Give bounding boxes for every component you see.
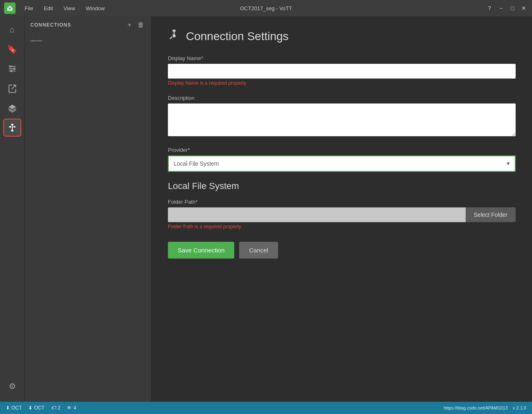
sidebar-item-home[interactable]: ⌂ (3, 20, 21, 38)
connections-header: CONNECTIONS + 🗑 (25, 16, 151, 34)
connection-list-item[interactable] (25, 34, 151, 50)
sidebar-item-settings[interactable] (3, 60, 21, 78)
status-item-oct-download2: ⬇ OCT (28, 405, 44, 411)
sidebar-item-connections[interactable] (3, 119, 21, 137)
tag-icon: 🏷 (51, 405, 56, 411)
window-controls: ? − □ ✕ (485, 4, 528, 12)
status-item-views: 👁 4 (67, 405, 76, 411)
connections-title: CONNECTIONS (30, 22, 71, 28)
app-body: ⌂ 🔖 (0, 16, 532, 402)
window-title: OCT2017_seg - VoTT (240, 5, 292, 11)
folder-path-input[interactable] (168, 207, 466, 222)
display-name-label: Display Name* (168, 55, 516, 61)
minimize-button[interactable]: − (497, 4, 505, 12)
connection-settings-icon (168, 29, 180, 44)
help-button[interactable]: ? (485, 4, 494, 12)
status-item-tags: 🏷 2 (51, 405, 61, 411)
add-connection-button[interactable]: + (125, 20, 134, 29)
svg-point-0 (9, 7, 11, 9)
menu-edit[interactable]: Edit (39, 4, 58, 13)
svg-rect-14 (9, 126, 11, 128)
folder-path-error: Folder Path is a required property (168, 224, 516, 230)
display-name-input[interactable] (168, 64, 516, 79)
sidebar-item-bookmarks[interactable]: 🔖 (3, 40, 21, 58)
description-group: Description (168, 95, 516, 138)
provider-label: Provider* (168, 147, 516, 153)
eye-icon: 👁 (67, 405, 72, 411)
delete-connection-button[interactable]: 🗑 (136, 20, 145, 29)
svg-rect-13 (13, 126, 15, 128)
display-name-error: Display Name is a required property (168, 80, 516, 86)
connection-item-icon (30, 38, 43, 46)
page-title: Connection Settings (186, 30, 289, 43)
select-folder-button[interactable]: Select Folder (466, 207, 516, 222)
svg-rect-8 (11, 124, 14, 126)
status-url: https://blog.csdn.net/APAM1013 (444, 405, 507, 410)
provider-select-wrapper: Local File System Azure Blob Storage Bin… (168, 155, 516, 172)
svg-rect-16 (172, 30, 176, 32)
form-actions: Save Connection Cancel (168, 242, 516, 259)
provider-group: Provider* Local File System Azure Blob S… (168, 147, 516, 172)
page-header: Connection Settings (168, 29, 516, 44)
status-label-tags: 2 (58, 405, 61, 411)
status-bar: ⬇ OCT ⬇ OCT 🏷 2 👁 4 https://blog.csdn.ne… (0, 402, 532, 414)
save-connection-button[interactable]: Save Connection (168, 242, 234, 259)
menu-window[interactable]: Window (81, 4, 109, 13)
close-button[interactable]: ✕ (520, 4, 528, 12)
status-label-views: 4 (73, 405, 76, 411)
connections-panel: CONNECTIONS + 🗑 (25, 16, 152, 402)
display-name-group: Display Name* Display Name is a required… (168, 55, 516, 86)
description-input[interactable] (168, 104, 516, 136)
menu-file[interactable]: File (20, 4, 38, 13)
svg-point-4 (9, 66, 11, 68)
cancel-button[interactable]: Cancel (239, 242, 278, 259)
folder-path-group: Folder Path* Select Folder Folder Path i… (168, 199, 516, 230)
svg-rect-9 (11, 130, 14, 132)
status-label-oct2: OCT (34, 405, 44, 411)
sidebar-item-export[interactable] (3, 79, 21, 97)
connections-actions: + 🗑 (125, 20, 145, 29)
local-file-system-section: Local File System Folder Path* Select Fo… (168, 181, 516, 230)
sidebar-item-app-settings[interactable]: ⚙ (3, 377, 21, 395)
provider-select[interactable]: Local File System Azure Blob Storage Bin… (168, 155, 516, 172)
folder-path-label: Folder Path* (168, 199, 516, 205)
description-label: Description (168, 95, 516, 101)
svg-line-19 (170, 37, 172, 39)
sidebar-item-training[interactable] (3, 99, 21, 117)
menu-view[interactable]: View (59, 4, 80, 13)
download-icon-2: ⬇ (28, 405, 32, 411)
status-label-oct1: OCT (11, 405, 22, 411)
status-item-oct-download: ⬇ OCT (6, 405, 22, 411)
svg-point-18 (172, 34, 176, 38)
svg-point-5 (13, 68, 15, 70)
maximize-button[interactable]: □ (508, 4, 516, 12)
title-bar: File Edit View Window OCT2017_seg - VoTT… (0, 0, 532, 16)
status-left: ⬇ OCT ⬇ OCT 🏷 2 👁 4 (6, 405, 76, 411)
local-file-system-title: Local File System (168, 181, 516, 191)
icon-sidebar: ⌂ 🔖 (0, 16, 25, 402)
main-content: Connection Settings Display Name* Displa… (152, 16, 532, 402)
app-logo (4, 2, 16, 14)
svg-line-7 (11, 85, 16, 89)
status-right: https://blog.csdn.net/APAM1013 v 2.1.0 (444, 405, 526, 410)
download-icon-1: ⬇ (6, 405, 10, 411)
svg-point-6 (10, 70, 12, 72)
folder-path-row: Select Folder (168, 207, 516, 222)
status-version: v 2.1.0 (513, 405, 526, 410)
